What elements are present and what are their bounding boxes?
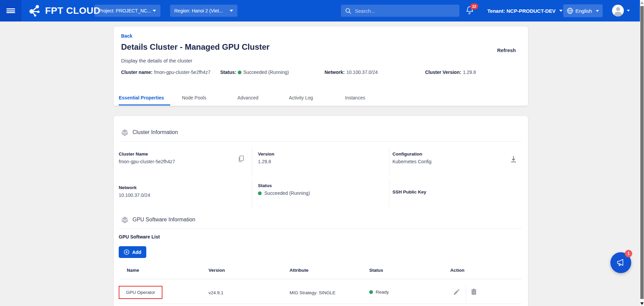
hamburger-icon xyxy=(6,8,15,14)
field-label: Cluster Name xyxy=(119,151,175,157)
summary-label: Network: xyxy=(325,70,345,75)
field-configuration: Configuration Kubernetes Config xyxy=(392,151,431,164)
field-value: 1.29.8 xyxy=(258,159,274,164)
field-label: Network xyxy=(119,185,150,190)
software-version: v24.9.1 xyxy=(209,290,223,295)
field-label: Configuration xyxy=(392,151,431,157)
language-selector[interactable]: English xyxy=(563,4,603,17)
add-software-button[interactable]: Add xyxy=(119,246,146,258)
column-divider xyxy=(389,148,389,176)
gpu-software-section-header: GPU Software Information xyxy=(121,216,195,223)
project-label: Project: PROJECT_NC... xyxy=(99,8,151,13)
layers-icon xyxy=(121,216,128,223)
language-label: English xyxy=(575,8,592,14)
tab-activity-log[interactable]: Activity Log xyxy=(289,90,313,105)
section-divider xyxy=(119,228,522,229)
field-value: fmon-gpu-cluster-5e2fh4z7 xyxy=(119,159,175,164)
column-header-action: Action xyxy=(450,268,464,273)
chevron-down-icon xyxy=(559,9,563,12)
software-attribute: MIG Strategy: SINGLE xyxy=(290,290,336,295)
software-name-highlight-box[interactable]: GPU Operator xyxy=(119,286,162,299)
chevron-down-icon xyxy=(627,9,630,12)
notification-count-badge: 22 xyxy=(470,3,478,9)
refresh-button[interactable]: Refresh xyxy=(497,47,516,53)
scrollbar-down-arrow[interactable] xyxy=(640,302,644,305)
field-status: Status Succeeded (Running) xyxy=(258,183,310,196)
back-link[interactable]: Back xyxy=(121,33,132,39)
tenant-selector[interactable]: Tenant: NCP-PRODUCT-DEV xyxy=(487,0,563,21)
user-menu[interactable] xyxy=(612,5,630,16)
column-divider xyxy=(389,180,389,207)
fpt-cloud-logo-icon xyxy=(27,4,42,18)
summary-label: Cluster Version: xyxy=(425,70,461,75)
table-row-border xyxy=(119,304,522,304)
summary-cluster-name: Cluster name: fmon-gpu-cluster-5e2fh4z7 xyxy=(121,70,211,75)
announcements-count-badge: 1 xyxy=(625,250,632,257)
region-selector[interactable]: Region: Hanoi 2 (Viet... xyxy=(170,5,237,17)
field-value: 10.100.37.0/24 xyxy=(119,192,150,198)
page-title: Details Cluster - Managed GPU Cluster xyxy=(121,42,269,52)
field-ssh-public-key: SSH Public Key xyxy=(392,189,426,194)
summary-network: Network: 10.100.37.0/24 xyxy=(325,70,378,75)
status-dot-icon xyxy=(238,71,241,74)
scrollbar-thumb[interactable] xyxy=(640,6,644,299)
delete-trash-icon[interactable] xyxy=(470,288,478,296)
globe-icon xyxy=(567,7,573,14)
summary-cluster-version: Cluster Version: 1.29.8 xyxy=(425,70,476,75)
copy-icon[interactable] xyxy=(237,155,245,163)
chevron-down-icon xyxy=(596,10,599,12)
page-subtitle: Display the details of the cluster xyxy=(121,58,192,63)
field-cluster-name: Cluster Name fmon-gpu-cluster-5e2fh4z7 xyxy=(119,151,175,164)
field-value: Kubernetes Config xyxy=(392,159,431,164)
status-text: Ready xyxy=(376,290,389,295)
section-divider xyxy=(119,141,522,142)
edit-pencil-icon[interactable] xyxy=(453,288,460,296)
table-header-border xyxy=(119,279,522,279)
summary-value: 10.100.37.0/24 xyxy=(346,70,378,75)
column-header-version: Version xyxy=(209,268,225,273)
field-network: Network 10.100.37.0/24 xyxy=(119,185,150,198)
chevron-down-icon xyxy=(152,9,156,12)
tab-advanced[interactable]: Advanced xyxy=(237,90,258,105)
add-button-label: Add xyxy=(132,250,141,255)
column-header-name: Name xyxy=(127,268,139,273)
software-status: Ready xyxy=(369,290,389,295)
summary-value: Succeeded (Running) xyxy=(243,70,289,75)
global-search[interactable] xyxy=(341,5,459,17)
menu-button[interactable] xyxy=(0,0,22,21)
scrollbar-up-arrow[interactable] xyxy=(640,1,644,4)
tab-instances[interactable]: Instances xyxy=(345,90,365,105)
brand-logo[interactable]: FPT CLOUD xyxy=(27,0,101,21)
column-divider xyxy=(252,180,252,207)
megaphone-icon xyxy=(616,258,626,268)
column-header-attribute: Attribute xyxy=(290,268,308,273)
section-title: Cluster Information xyxy=(132,129,178,135)
summary-value: 1.29.8 xyxy=(463,70,476,75)
cluster-summary-row: Cluster name: fmon-gpu-cluster-5e2fh4z7 … xyxy=(114,70,528,76)
project-selector[interactable]: Project: PROJECT_NC... xyxy=(94,5,160,17)
tab-node-pools[interactable]: Node Pools xyxy=(182,90,206,105)
column-divider xyxy=(252,148,252,176)
tab-essential-properties[interactable]: Essential Properties xyxy=(119,90,170,105)
field-label: Status xyxy=(258,183,310,188)
page-scrollbar[interactable] xyxy=(640,0,644,306)
field-label: Version xyxy=(258,151,274,157)
layers-icon xyxy=(121,129,128,136)
chevron-down-icon xyxy=(229,9,233,12)
cluster-details-card: Cluster Information Cluster Name fmon-gp… xyxy=(114,116,528,306)
status-dot-icon xyxy=(258,191,262,195)
plus-circle-icon xyxy=(124,249,129,255)
summary-label: Cluster name: xyxy=(121,70,152,75)
software-name: GPU Operator xyxy=(126,290,155,295)
field-label: SSH Public Key xyxy=(392,189,426,194)
region-label: Region: Hanoi 2 (Viet... xyxy=(174,8,223,13)
cluster-information-section-header: Cluster Information xyxy=(121,129,178,136)
notifications-button[interactable]: 22 xyxy=(465,5,480,17)
brand-name: FPT CLOUD xyxy=(45,5,101,16)
field-value: Succeeded (Running) xyxy=(264,190,310,196)
download-icon[interactable] xyxy=(510,156,517,163)
search-input[interactable] xyxy=(355,8,449,14)
action-divider xyxy=(466,286,466,302)
tab-bar: Essential Properties Node Pools Advanced… xyxy=(114,90,528,106)
summary-status: Status: Succeeded (Running) xyxy=(220,70,289,75)
